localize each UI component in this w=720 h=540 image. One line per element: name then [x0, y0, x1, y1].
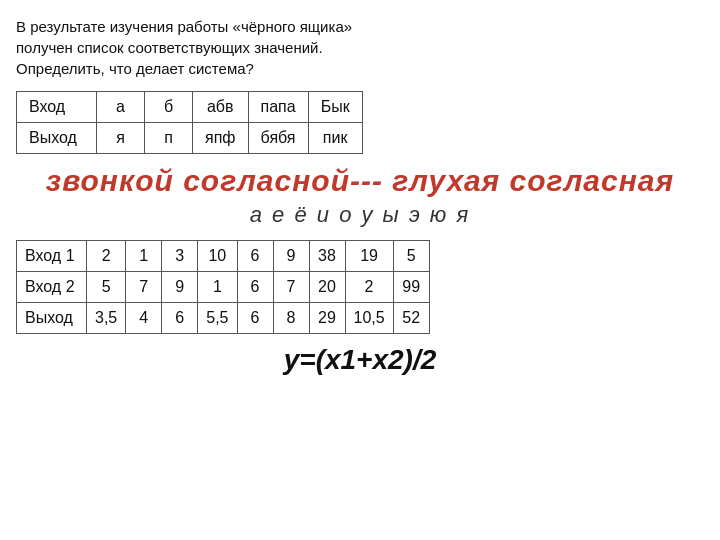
cell: а — [97, 92, 145, 123]
description: В результате изучения работы «чёрного ящ… — [16, 16, 704, 79]
cell: Бык — [308, 92, 362, 123]
table1: ВходабабвпапаБыкВыходяпяпфбябяпик — [16, 91, 363, 154]
cell: 20 — [309, 272, 345, 303]
table-row: Выходяпяпфбябяпик — [17, 123, 363, 154]
description-line1: В результате изучения работы «чёрного ящ… — [16, 18, 352, 35]
row-label: Вход 2 — [17, 272, 87, 303]
cell: 5,5 — [198, 303, 237, 334]
cell: 6 — [237, 303, 273, 334]
cell: 6 — [237, 272, 273, 303]
cell: 19 — [345, 241, 393, 272]
cell: 38 — [309, 241, 345, 272]
description-line3: Определить, что делает система? — [16, 60, 254, 77]
cell: 10,5 — [345, 303, 393, 334]
cell: 9 — [273, 241, 309, 272]
cell: я — [97, 123, 145, 154]
table-row: Вход 1213106938195 — [17, 241, 430, 272]
row-label: Вход — [17, 92, 97, 123]
cell: 5 — [87, 272, 126, 303]
cell: б — [145, 92, 193, 123]
cell: 52 — [393, 303, 429, 334]
cell: 3,5 — [87, 303, 126, 334]
row-label: Выход — [17, 303, 87, 334]
cell: абв — [193, 92, 249, 123]
cell: 7 — [126, 272, 162, 303]
cell: 6 — [237, 241, 273, 272]
row-label: Выход — [17, 123, 97, 154]
cell: 1 — [126, 241, 162, 272]
cell: п — [145, 123, 193, 154]
cell: 2 — [87, 241, 126, 272]
cell: 6 — [162, 303, 198, 334]
row-label: Вход 1 — [17, 241, 87, 272]
cell: 1 — [198, 272, 237, 303]
cell: 29 — [309, 303, 345, 334]
cell: 99 — [393, 272, 429, 303]
table2: Вход 1213106938195Вход 257916720299Выход… — [16, 240, 430, 334]
cell: япф — [193, 123, 249, 154]
formula: y=(x1+x2)/2 — [16, 344, 704, 376]
answer-text: звонкой согласной--- глухая согласная — [16, 164, 704, 198]
cell: бябя — [248, 123, 308, 154]
cell: 8 — [273, 303, 309, 334]
cell: 4 — [126, 303, 162, 334]
cell: 5 — [393, 241, 429, 272]
cell: 2 — [345, 272, 393, 303]
cell: папа — [248, 92, 308, 123]
cell: 7 — [273, 272, 309, 303]
cell: пик — [308, 123, 362, 154]
vowel-text: а е ё и о у ы э ю я — [16, 202, 704, 228]
cell: 9 — [162, 272, 198, 303]
cell: 10 — [198, 241, 237, 272]
table-row: ВходабабвпапаБык — [17, 92, 363, 123]
cell: 3 — [162, 241, 198, 272]
table-row: Выход3,5465,5682910,552 — [17, 303, 430, 334]
description-line2: получен список соответствующих значений. — [16, 39, 323, 56]
table-row: Вход 257916720299 — [17, 272, 430, 303]
